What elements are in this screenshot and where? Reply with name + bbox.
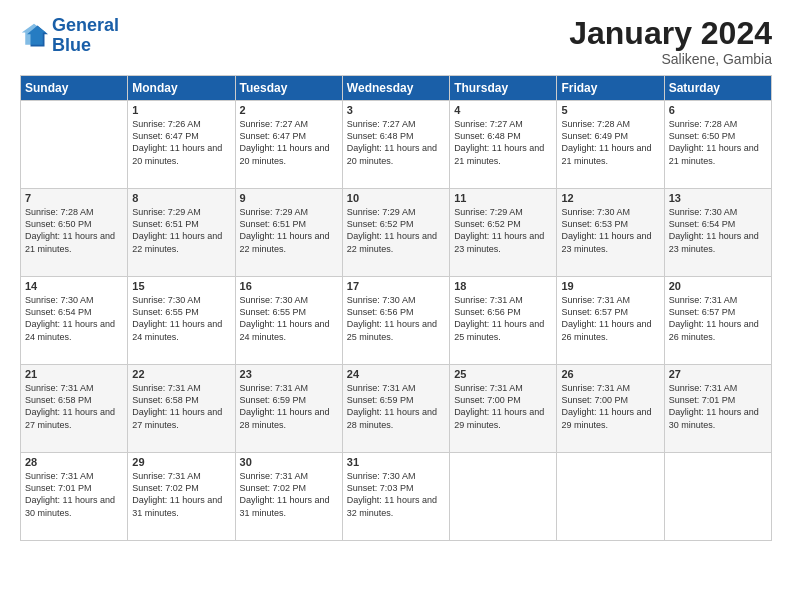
cell-w4-d2: 23 Sunrise: 7:31 AMSunset: 6:59 PMDaylig…: [235, 365, 342, 453]
day-number: 14: [25, 280, 123, 292]
cell-info: Sunrise: 7:31 AMSunset: 7:02 PMDaylight:…: [240, 470, 338, 519]
day-number: 21: [25, 368, 123, 380]
header-sunday: Sunday: [21, 76, 128, 101]
week-row-1: 1 Sunrise: 7:26 AMSunset: 6:47 PMDayligh…: [21, 101, 772, 189]
cell-info: Sunrise: 7:31 AMSunset: 6:58 PMDaylight:…: [132, 382, 230, 431]
calendar-subtitle: Salikene, Gambia: [569, 51, 772, 67]
cell-info: Sunrise: 7:31 AMSunset: 6:59 PMDaylight:…: [347, 382, 445, 431]
day-number: 29: [132, 456, 230, 468]
week-row-5: 28 Sunrise: 7:31 AMSunset: 7:01 PMDaylig…: [21, 453, 772, 541]
cell-w4-d5: 26 Sunrise: 7:31 AMSunset: 7:00 PMDaylig…: [557, 365, 664, 453]
day-number: 8: [132, 192, 230, 204]
cell-w5-d1: 29 Sunrise: 7:31 AMSunset: 7:02 PMDaylig…: [128, 453, 235, 541]
cell-info: Sunrise: 7:29 AMSunset: 6:52 PMDaylight:…: [347, 206, 445, 255]
day-header-row: Sunday Monday Tuesday Wednesday Thursday…: [21, 76, 772, 101]
cell-w4-d1: 22 Sunrise: 7:31 AMSunset: 6:58 PMDaylig…: [128, 365, 235, 453]
cell-info: Sunrise: 7:27 AMSunset: 6:48 PMDaylight:…: [454, 118, 552, 167]
header-monday: Monday: [128, 76, 235, 101]
cell-w3-d4: 18 Sunrise: 7:31 AMSunset: 6:56 PMDaylig…: [450, 277, 557, 365]
cell-info: Sunrise: 7:30 AMSunset: 6:56 PMDaylight:…: [347, 294, 445, 343]
day-number: 15: [132, 280, 230, 292]
day-number: 19: [561, 280, 659, 292]
cell-info: Sunrise: 7:30 AMSunset: 6:55 PMDaylight:…: [240, 294, 338, 343]
cell-info: Sunrise: 7:31 AMSunset: 7:00 PMDaylight:…: [454, 382, 552, 431]
day-number: 31: [347, 456, 445, 468]
cell-w5-d5: [557, 453, 664, 541]
week-row-3: 14 Sunrise: 7:30 AMSunset: 6:54 PMDaylig…: [21, 277, 772, 365]
cell-w1-d2: 2 Sunrise: 7:27 AMSunset: 6:47 PMDayligh…: [235, 101, 342, 189]
cell-info: Sunrise: 7:26 AMSunset: 6:47 PMDaylight:…: [132, 118, 230, 167]
cell-info: Sunrise: 7:31 AMSunset: 7:01 PMDaylight:…: [669, 382, 767, 431]
cell-info: Sunrise: 7:27 AMSunset: 6:47 PMDaylight:…: [240, 118, 338, 167]
cell-w1-d5: 5 Sunrise: 7:28 AMSunset: 6:49 PMDayligh…: [557, 101, 664, 189]
cell-w4-d4: 25 Sunrise: 7:31 AMSunset: 7:00 PMDaylig…: [450, 365, 557, 453]
cell-w1-d3: 3 Sunrise: 7:27 AMSunset: 6:48 PMDayligh…: [342, 101, 449, 189]
page: General Blue January 2024 Salikene, Gamb…: [0, 0, 792, 612]
day-number: 27: [669, 368, 767, 380]
day-number: 7: [25, 192, 123, 204]
cell-w2-d1: 8 Sunrise: 7:29 AMSunset: 6:51 PMDayligh…: [128, 189, 235, 277]
cell-info: Sunrise: 7:31 AMSunset: 6:59 PMDaylight:…: [240, 382, 338, 431]
day-number: 17: [347, 280, 445, 292]
cell-info: Sunrise: 7:31 AMSunset: 7:01 PMDaylight:…: [25, 470, 123, 519]
cell-info: Sunrise: 7:30 AMSunset: 6:53 PMDaylight:…: [561, 206, 659, 255]
day-number: 12: [561, 192, 659, 204]
header-wednesday: Wednesday: [342, 76, 449, 101]
day-number: 28: [25, 456, 123, 468]
cell-w3-d3: 17 Sunrise: 7:30 AMSunset: 6:56 PMDaylig…: [342, 277, 449, 365]
cell-w5-d2: 30 Sunrise: 7:31 AMSunset: 7:02 PMDaylig…: [235, 453, 342, 541]
day-number: 26: [561, 368, 659, 380]
logo-icon: [20, 22, 48, 50]
cell-w4-d6: 27 Sunrise: 7:31 AMSunset: 7:01 PMDaylig…: [664, 365, 771, 453]
cell-w2-d4: 11 Sunrise: 7:29 AMSunset: 6:52 PMDaylig…: [450, 189, 557, 277]
cell-info: Sunrise: 7:28 AMSunset: 6:49 PMDaylight:…: [561, 118, 659, 167]
logo-general: General: [52, 15, 119, 35]
day-number: 4: [454, 104, 552, 116]
day-number: 30: [240, 456, 338, 468]
day-number: 9: [240, 192, 338, 204]
cell-w1-d6: 6 Sunrise: 7:28 AMSunset: 6:50 PMDayligh…: [664, 101, 771, 189]
day-number: 6: [669, 104, 767, 116]
cell-info: Sunrise: 7:31 AMSunset: 7:02 PMDaylight:…: [132, 470, 230, 519]
svg-marker-1: [22, 24, 47, 45]
calendar-table: Sunday Monday Tuesday Wednesday Thursday…: [20, 75, 772, 541]
day-number: 11: [454, 192, 552, 204]
calendar-title: January 2024: [569, 16, 772, 51]
day-number: 22: [132, 368, 230, 380]
cell-info: Sunrise: 7:31 AMSunset: 6:56 PMDaylight:…: [454, 294, 552, 343]
day-number: 13: [669, 192, 767, 204]
cell-w4-d3: 24 Sunrise: 7:31 AMSunset: 6:59 PMDaylig…: [342, 365, 449, 453]
cell-w2-d6: 13 Sunrise: 7:30 AMSunset: 6:54 PMDaylig…: [664, 189, 771, 277]
day-number: 16: [240, 280, 338, 292]
cell-w3-d2: 16 Sunrise: 7:30 AMSunset: 6:55 PMDaylig…: [235, 277, 342, 365]
cell-info: Sunrise: 7:30 AMSunset: 6:55 PMDaylight:…: [132, 294, 230, 343]
cell-info: Sunrise: 7:29 AMSunset: 6:51 PMDaylight:…: [132, 206, 230, 255]
cell-w1-d1: 1 Sunrise: 7:26 AMSunset: 6:47 PMDayligh…: [128, 101, 235, 189]
cell-w2-d0: 7 Sunrise: 7:28 AMSunset: 6:50 PMDayligh…: [21, 189, 128, 277]
cell-w4-d0: 21 Sunrise: 7:31 AMSunset: 6:58 PMDaylig…: [21, 365, 128, 453]
cell-w5-d3: 31 Sunrise: 7:30 AMSunset: 7:03 PMDaylig…: [342, 453, 449, 541]
week-row-2: 7 Sunrise: 7:28 AMSunset: 6:50 PMDayligh…: [21, 189, 772, 277]
cell-w3-d1: 15 Sunrise: 7:30 AMSunset: 6:55 PMDaylig…: [128, 277, 235, 365]
day-number: 25: [454, 368, 552, 380]
cell-w2-d2: 9 Sunrise: 7:29 AMSunset: 6:51 PMDayligh…: [235, 189, 342, 277]
cell-info: Sunrise: 7:30 AMSunset: 6:54 PMDaylight:…: [669, 206, 767, 255]
day-number: 20: [669, 280, 767, 292]
cell-info: Sunrise: 7:31 AMSunset: 6:57 PMDaylight:…: [669, 294, 767, 343]
day-number: 23: [240, 368, 338, 380]
cell-w3-d5: 19 Sunrise: 7:31 AMSunset: 6:57 PMDaylig…: [557, 277, 664, 365]
cell-info: Sunrise: 7:27 AMSunset: 6:48 PMDaylight:…: [347, 118, 445, 167]
day-number: 24: [347, 368, 445, 380]
logo-blue: Blue: [52, 35, 91, 55]
cell-w2-d3: 10 Sunrise: 7:29 AMSunset: 6:52 PMDaylig…: [342, 189, 449, 277]
day-number: 18: [454, 280, 552, 292]
logo-text: General Blue: [52, 16, 119, 56]
cell-info: Sunrise: 7:28 AMSunset: 6:50 PMDaylight:…: [25, 206, 123, 255]
header-friday: Friday: [557, 76, 664, 101]
header-saturday: Saturday: [664, 76, 771, 101]
day-number: 1: [132, 104, 230, 116]
cell-w5-d4: [450, 453, 557, 541]
header-thursday: Thursday: [450, 76, 557, 101]
cell-info: Sunrise: 7:28 AMSunset: 6:50 PMDaylight:…: [669, 118, 767, 167]
day-number: 5: [561, 104, 659, 116]
